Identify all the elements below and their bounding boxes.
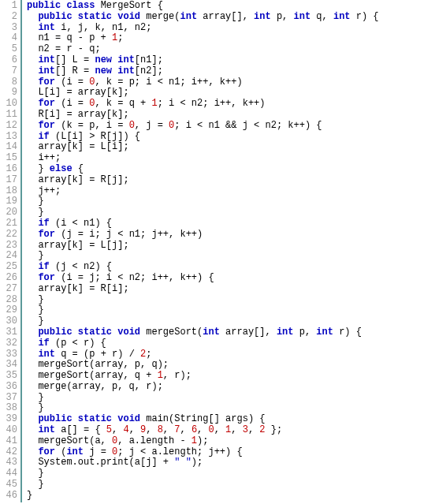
keyword: for [38, 77, 55, 88]
code-text [27, 131, 38, 142]
code-line: if (j < n2) { [27, 262, 379, 273]
keyword: if [38, 338, 49, 349]
code-line: for (i = 0, k = p; i < n1; i++, k++) [27, 77, 379, 88]
code-text: mergeSort(array, q + [27, 370, 158, 381]
keyword: int [180, 11, 197, 22]
code-text [27, 218, 38, 229]
number-literal: 1 [151, 98, 157, 109]
code-line: public static void main(String[] args) { [27, 414, 379, 425]
line-number: 45 [2, 480, 17, 491]
code-text: r) { [351, 11, 379, 22]
keyword: static [78, 327, 112, 338]
code-text: array[k] = R[j]; [27, 174, 129, 185]
code-text [27, 349, 38, 360]
code-line: merge(array, p, q, r); [27, 382, 379, 393]
code-text: System.out.print(a[j] + [27, 457, 174, 468]
code-line: mergeSort(a, 0, a.length - 1); [27, 436, 379, 447]
code-text: r) { [333, 327, 362, 338]
code-text: (j < n2) { [50, 261, 112, 272]
keyword: static [78, 413, 112, 424]
line-number: 28 [2, 295, 17, 306]
line-number: 20 [2, 207, 17, 218]
code-text: p, [271, 11, 294, 22]
keyword: int [316, 327, 333, 338]
line-number: 18 [2, 186, 17, 197]
line-number: 2 [2, 12, 17, 23]
code-line: for (i = 0, k = q + 1; i < n2; i++, k++) [27, 99, 379, 110]
code-text [72, 413, 78, 424]
line-number: 3 [2, 23, 17, 34]
line-number: 34 [2, 360, 17, 371]
number-literal: 4 [123, 424, 128, 435]
code-text: } [27, 392, 44, 403]
keyword: int [66, 446, 84, 457]
code-text: q, [310, 11, 333, 22]
code-line: mergeSort(array, p, q); [27, 360, 379, 371]
code-text: array[k] = R[i]; [27, 283, 129, 294]
code-text: (i < n1) { [50, 218, 112, 229]
keyword: public [38, 327, 72, 338]
code-text: ; i < n2; i++, k++) [158, 98, 266, 109]
keyword: for [38, 446, 55, 457]
code-line: public static void mergeSort(int array[]… [27, 327, 379, 338]
code-text: a[] = { [55, 424, 106, 435]
string-literal: " " [174, 457, 191, 468]
line-number: 35 [2, 371, 17, 382]
number-literal: 6 [191, 424, 197, 435]
keyword: int [117, 54, 135, 65]
keyword: else [50, 163, 72, 174]
code-line: mergeSort(array, q + 1, r); [27, 371, 379, 382]
line-number: 13 [2, 132, 17, 143]
code-text: (L[i] > R[j]) { [50, 131, 140, 142]
line-number: 19 [2, 196, 17, 207]
code-text: ; i < n1 && j < n2; k++) { [174, 120, 322, 131]
code-line: int q = (p + r) / 2; [27, 349, 379, 360]
code-text: (i = [55, 98, 89, 109]
code-line: if (p < r) { [27, 338, 379, 349]
code-text: n2 = r - q; [27, 43, 101, 54]
number-literal: 1 [158, 370, 163, 381]
code-line: } [27, 196, 379, 207]
line-number: 1 [2, 1, 17, 12]
line-number: 5 [2, 44, 17, 55]
code-text: } [27, 294, 44, 305]
keyword: int [38, 22, 55, 33]
keyword: int [203, 327, 220, 338]
code-line: R[i] = array[k]; [27, 110, 379, 121]
code-text: merge(array, p, q, r); [27, 381, 163, 392]
code-text: , [163, 424, 174, 435]
code-text: , [180, 424, 191, 435]
line-number: 12 [2, 121, 17, 132]
code-line: i++; [27, 153, 379, 164]
code-line: array[k] = R[i]; [27, 284, 379, 295]
code-line: public class MergeSort { [27, 1, 379, 12]
code-text: p, [294, 327, 317, 338]
code-text [72, 11, 78, 22]
code-text: , [197, 424, 208, 435]
line-number: 24 [2, 251, 17, 262]
code-text: (i = j; i < n2; i++, k++) { [55, 272, 214, 283]
code-text: , k = p; i < n1; i++, k++) [95, 77, 242, 88]
code-text [27, 338, 38, 349]
code-text: [] L = [55, 54, 95, 65]
code-text: q = (p + r) / [55, 349, 140, 360]
keyword: for [38, 120, 55, 131]
line-number: 32 [2, 338, 17, 349]
code-line: n2 = r - q; [27, 44, 379, 55]
line-number: 44 [2, 469, 17, 480]
keyword: public [27, 0, 61, 11]
number-literal: 3 [243, 424, 248, 435]
code-line: } [27, 480, 379, 491]
code-text: j = [84, 446, 112, 457]
line-number: 16 [2, 164, 17, 175]
code-line: } [27, 403, 379, 414]
code-text: R[i] = array[k]; [27, 109, 129, 120]
keyword: int [38, 424, 55, 435]
code-text [27, 120, 38, 131]
code-text: ); [197, 435, 208, 446]
line-number: 40 [2, 425, 17, 436]
code-text: mergeSort(array, p, q); [27, 359, 169, 370]
code-text: i, j, k, n1, n2; [55, 22, 151, 33]
code-text [27, 327, 38, 338]
code-text: i++; [27, 152, 61, 163]
